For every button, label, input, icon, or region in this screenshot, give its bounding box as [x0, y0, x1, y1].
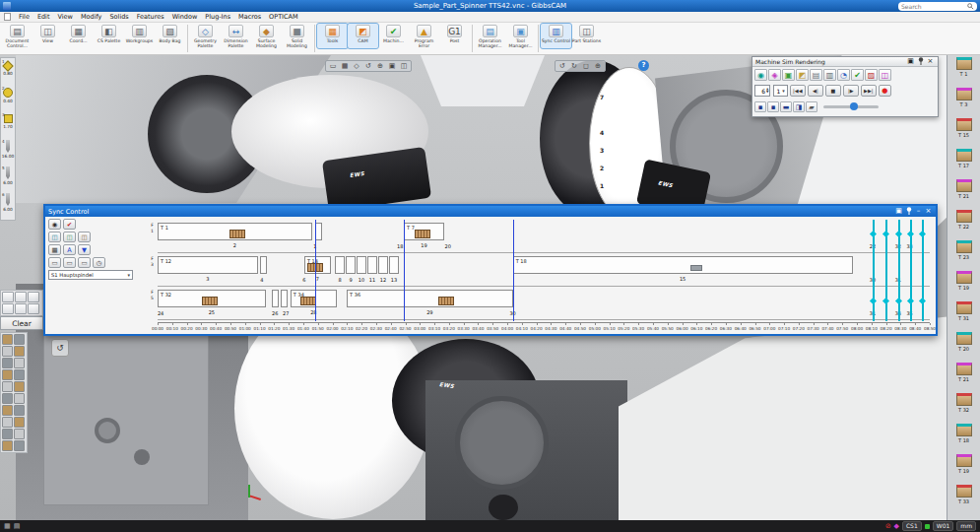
search-input[interactable]: [901, 3, 965, 10]
op-block-empty[interactable]: [389, 256, 398, 274]
menu-file[interactable]: File: [15, 13, 33, 21]
sim-tool-icon-1[interactable]: ◈: [768, 69, 781, 81]
tool-list-item-t-21-10[interactable]: T 21: [947, 363, 980, 393]
toolbar-button-program-error-checker[interactable]: ▲Program Error Checker: [409, 24, 439, 48]
sim-render-icon-4[interactable]: ▰: [806, 101, 817, 112]
undo-icon[interactable]: ↺: [51, 339, 69, 357]
speed-select[interactable]: 1▾: [773, 85, 787, 97]
toolbar-button-surface-modeling[interactable]: ◆Surface Modeling: [251, 24, 282, 48]
transport-button-4[interactable]: ▶▶|: [861, 85, 877, 97]
viewport-tool-icon[interactable]: ⊕: [593, 62, 603, 70]
toolbar-button-tools[interactable]: ▦Tools: [317, 24, 348, 48]
sim-render-icon-3[interactable]: ◨: [793, 101, 805, 112]
sort-direction-icon[interactable]: ▼: [78, 244, 91, 255]
op-block-t-34[interactable]: T 3428: [291, 290, 337, 307]
tool-list-item-t-23-6[interactable]: T 23: [947, 240, 980, 271]
palette-icon[interactable]: [15, 303, 27, 314]
layers-icon[interactable]: ▤: [14, 522, 21, 530]
op-block-empty[interactable]: [346, 256, 355, 274]
pin-icon[interactable]: [916, 57, 925, 66]
grid-icon[interactable]: ▦: [48, 244, 61, 255]
stage-icon-3[interactable]: ▭: [78, 257, 91, 268]
palette-icon-1[interactable]: ◫: [48, 232, 61, 242]
tool-icon[interactable]: [2, 393, 13, 404]
sync-control-titlebar[interactable]: Sync Control ▣ – ×: [45, 206, 936, 217]
sim-tool-icon-9[interactable]: ◫: [879, 69, 891, 81]
palette-icon[interactable]: [2, 292, 14, 302]
minimize-icon[interactable]: –: [914, 207, 923, 216]
tool-list-item-t-1-0[interactable]: T 1: [947, 57, 980, 88]
toolbar-button-geometry-palette[interactable]: ◇Geometry Palette: [190, 24, 221, 48]
sim-tool-icon-8[interactable]: ▨: [865, 69, 878, 81]
op-block-t-12[interactable]: T 123: [158, 256, 258, 274]
frame-spinner[interactable]: 6▲▼: [754, 85, 770, 97]
tool-icon[interactable]: [2, 429, 13, 439]
status-chip-mm[interactable]: mm: [956, 521, 976, 531]
tool-list-item-t-3-1[interactable]: T 3: [947, 88, 980, 118]
menu-features[interactable]: Features: [133, 13, 168, 21]
sync-gantt-chart[interactable]: F 1T 12T 71911820223233F 3T 123T 147T 18…: [158, 220, 930, 321]
document-icon[interactable]: [4, 13, 11, 21]
sim-tool-icon-2[interactable]: ▣: [782, 69, 795, 81]
tool-slot-1[interactable]: 10.80: [1, 59, 15, 86]
render-speed-slider[interactable]: [823, 105, 879, 108]
sim-tool-icon-0[interactable]: ◉: [754, 69, 767, 81]
verify-icon[interactable]: ✔: [63, 219, 76, 230]
tool-icon[interactable]: [2, 417, 13, 428]
viewport-tool-icon[interactable]: ◇: [352, 62, 361, 70]
op-block-empty[interactable]: [260, 256, 266, 274]
sim-tool-icon-3[interactable]: ◩: [796, 69, 809, 81]
op-block-empty[interactable]: [281, 290, 288, 307]
toolbar-button-cs-palette[interactable]: ◧CS Palette: [94, 24, 124, 48]
op-block-empty[interactable]: [335, 256, 344, 274]
tool-slot-2[interactable]: 20.40: [1, 86, 15, 112]
viewport-tool-icon[interactable]: ⊕: [375, 62, 385, 70]
sim-render-icon-0[interactable]: ▪: [754, 101, 766, 112]
viewport-tool-icon[interactable]: ◫: [399, 62, 409, 70]
op-block-empty[interactable]: [272, 290, 279, 307]
op-block-empty[interactable]: [367, 256, 376, 274]
op-block-t-32[interactable]: T 3225: [158, 290, 266, 307]
palette-icon-3[interactable]: ◫: [78, 232, 91, 242]
sim-palette-titlebar[interactable]: Machine Sim Rendering ▣ ×: [752, 57, 938, 67]
menu-view[interactable]: View: [53, 13, 76, 21]
tool-slot-6[interactable]: 66.00: [1, 192, 15, 219]
toolbar-button-document-control[interactable]: ▤Document Control...: [2, 24, 33, 48]
sort-a-icon[interactable]: A: [63, 244, 76, 255]
stop-icon[interactable]: ⊘: [885, 522, 891, 530]
tool-icon[interactable]: [2, 405, 13, 416]
tool-list-item-t-15-2[interactable]: T 15: [947, 118, 980, 149]
transport-button-0[interactable]: |◀◀: [790, 85, 806, 97]
tool-list-item-t-21-4[interactable]: T 21: [947, 179, 980, 210]
toolbar-button-dimension-palette[interactable]: ↔Dimension Palette: [221, 24, 251, 48]
viewport-tool-icon[interactable]: ↺: [363, 62, 373, 70]
palette-icon[interactable]: [28, 303, 39, 314]
tool-list-item-t-17-3[interactable]: T 17: [947, 149, 980, 179]
op-block-t-7[interactable]: T 719: [404, 223, 444, 240]
menu-macros[interactable]: Macros: [234, 13, 265, 21]
toolbar-button-part-stations[interactable]: ◫Part Stations: [571, 24, 602, 48]
menu-solids[interactable]: Solids: [105, 13, 132, 21]
tool-icon[interactable]: [2, 346, 13, 357]
toolbar-button-post[interactable]: G1Post: [439, 24, 470, 48]
op-block-t-14[interactable]: T 147: [304, 256, 331, 274]
op-block-t-1[interactable]: T 12: [158, 223, 312, 240]
tool-list-item-t-33-14[interactable]: T 33: [947, 485, 980, 515]
op-block-t-18[interactable]: T 1815: [513, 256, 853, 274]
viewport-tool-icon[interactable]: ▣: [387, 62, 397, 70]
tool-icon[interactable]: [2, 358, 13, 368]
op-block-empty[interactable]: [315, 223, 322, 240]
viewport-tool-icon[interactable]: ▭: [328, 62, 338, 70]
slider-thumb[interactable]: [850, 102, 858, 110]
transport-button-1[interactable]: ◀|: [808, 85, 823, 97]
toolbar-button-tool-manager[interactable]: ▣Tool Manager...: [505, 24, 536, 48]
eye-icon[interactable]: ◉: [48, 219, 61, 230]
tool-icon[interactable]: [2, 334, 13, 345]
sim-render-icon-2[interactable]: ▬: [780, 101, 792, 112]
menu-window[interactable]: Window: [168, 13, 202, 21]
sim-tool-icon-5[interactable]: ▥: [823, 69, 836, 81]
palette-icon[interactable]: [28, 292, 39, 302]
tool-icon[interactable]: [14, 369, 25, 380]
tool-slot-3[interactable]: 31.70: [1, 112, 15, 139]
tool-icon[interactable]: [14, 358, 25, 368]
